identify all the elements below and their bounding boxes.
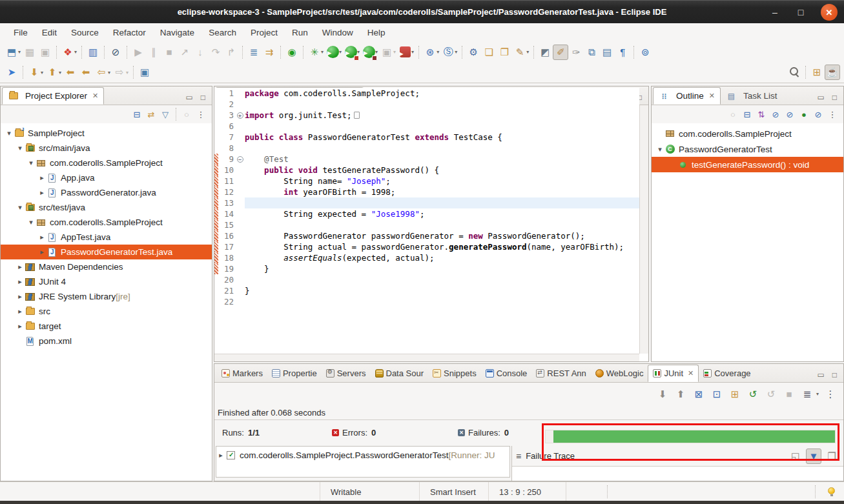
next-failed-test-button[interactable]: ⬇ [655,387,670,402]
run-button[interactable] [325,45,340,60]
tree-item-app-java[interactable]: ▸App.java [1,170,212,185]
expander-icon[interactable]: ▸ [15,263,25,271]
link-with-editor-button[interactable]: ⇄ [144,107,158,121]
tab-task-list[interactable]: ▤ Task List [721,87,783,105]
resume-button[interactable]: ▶ [130,45,146,60]
sketch-pen-button[interactable]: ✑ [568,45,584,60]
open-perspective-button[interactable]: ⊞ [809,65,825,80]
folded-region-icon[interactable] [354,112,360,119]
menu-source[interactable]: Source [64,25,106,40]
hide-local-types-button[interactable]: ⊘ [811,107,825,121]
red-central-button[interactable]: ❖ [60,45,76,60]
coverage-run-button[interactable] [343,45,358,60]
expander-icon[interactable]: ▸ [15,292,25,301]
javaee-perspective-button[interactable]: ☕ [825,65,840,80]
tree-item-apptest-java[interactable]: ▸AppTest.java [1,230,212,245]
tree-item-jre-system-library[interactable]: ▸JRE System Library [jre] [1,289,212,304]
tab-rest-annotations[interactable]: REST Ann [531,365,590,382]
start-server-button[interactable]: ◉ [284,45,300,60]
profile-button[interactable] [397,45,413,60]
collapse-all-button[interactable]: ⊟ [740,107,754,121]
web-browser-button[interactable]: ⊚ [637,45,653,60]
tree-item-testgeneratepassword-void[interactable]: testGeneratePassword() : void [652,157,843,172]
launch-group-button[interactable]: ⇉ [262,45,277,60]
menu-navigate[interactable]: Navigate [153,25,201,40]
tree-item-src[interactable]: ▸src [1,304,212,319]
expander-icon[interactable]: ▾ [26,159,36,167]
menu-run[interactable]: Run [285,25,315,40]
tab-weblogic[interactable]: WebLogic [591,365,648,382]
tab-markers[interactable]: Markers [217,365,267,382]
minimize-panel-icon[interactable]: ▭ [817,372,824,378]
editor-vertical-scrollbar[interactable] [639,105,648,354]
fold-expand-icon[interactable]: + [237,112,243,119]
tree-item-maven-dependencies[interactable]: ▸Maven Dependencies [1,259,212,274]
open-type-button[interactable]: ❏ [481,45,497,60]
stop-junit-button[interactable]: ■ [781,387,797,402]
maximize-button[interactable]: □ [795,7,807,17]
maximize-panel-icon[interactable]: □ [201,94,205,101]
focus-task-button[interactable]: ○ [180,107,194,121]
rerun-test-button[interactable]: ↺ [745,387,761,402]
failures-only-button[interactable]: ⊠ [691,387,706,402]
expander-icon[interactable]: ▾ [5,129,14,137]
editor-horizontal-scrollbar[interactable] [214,354,639,361]
menu-file[interactable]: File [6,25,35,40]
minimize-button[interactable]: – [769,7,781,17]
link-editor-button[interactable]: ⧉ [584,45,599,60]
tree-item-passwordgeneratortest-java[interactable]: ▸PasswordGeneratorTest.java [1,245,212,259]
menu-project[interactable]: Project [243,25,285,40]
menu-window[interactable]: Window [315,25,360,40]
tab-snippets[interactable]: Snippets [428,365,481,382]
tree-item-com-coderolls-sampleproject[interactable]: ▾com.coderolls.SampleProject [1,215,212,230]
previous-failed-test-button[interactable]: ⬆ [673,387,688,402]
tree-item-target[interactable]: ▸target [1,319,212,334]
test-run-history-button[interactable]: ≣ [799,387,815,402]
view-menu-button[interactable]: ⋮ [825,107,839,121]
view-menu-button[interactable]: ⋮ [194,107,208,121]
fold-collapse-icon[interactable]: − [237,156,243,163]
menu-refactor[interactable]: Refactor [106,25,153,40]
inspect-button[interactable]: ⊘ [108,45,123,60]
back-button[interactable]: ⇦ [94,65,109,80]
lightbulb-icon[interactable] [828,487,835,494]
show-skipped-button[interactable]: ⊡ [709,387,725,402]
test-suite-row[interactable]: ▸ com.coderolls.SampleProject.PasswordGe… [216,447,509,462]
maximize-panel-icon[interactable]: □ [832,94,837,101]
tree-item-passwordgenerator-java[interactable]: ▸PasswordGenerator.java [1,185,212,200]
close-tab-icon[interactable]: ✕ [709,92,715,100]
tree-item-passwordgeneratortest[interactable]: ▾CPasswordGeneratorTest [652,141,843,157]
build-gear-button[interactable]: ⚙ [466,45,481,60]
tree-item-com-coderolls-sampleproject[interactable]: ▾com.coderolls.SampleProject [1,156,212,170]
collapse-all-button[interactable]: ⊟ [130,107,144,121]
next-annotation-button[interactable]: ⬇ [26,65,42,80]
expander-icon[interactable]: ▸ [37,188,46,197]
public-members-button[interactable]: ● [797,107,811,121]
new-wizard-button[interactable]: ⬒ [4,45,19,60]
terminate-button[interactable]: ■ [161,45,177,60]
tab-data-source[interactable]: Data Sour [371,365,429,382]
expander-icon[interactable]: ▸ [37,174,46,182]
filter-button[interactable]: ▽ [158,107,172,121]
close-tab-icon[interactable]: ✕ [688,369,694,378]
tree-item-junit-4[interactable]: ▸JUnit 4 [1,274,212,289]
forward-button[interactable]: ⇨ [112,65,127,80]
back-to-last-edit-button[interactable]: ⬅ [78,65,94,80]
rerun-failed-button[interactable]: ↺ [763,387,779,402]
search-button[interactable] [787,65,802,80]
menu-edit[interactable]: Edit [35,25,64,40]
minimize-panel-icon[interactable]: ▭ [185,94,192,101]
tab-project-explorer[interactable]: Project Explorer ✕ [2,87,104,105]
menu-help[interactable]: Help [360,25,393,40]
stop-run-button[interactable]: ▣ [379,45,395,60]
tree-item-src-test-java[interactable]: ▾src/test/java [1,200,212,215]
prev-annotation-button[interactable]: ⬆ [45,65,60,80]
highlight-pen-button[interactable]: ✐ [553,45,568,60]
annotate-pen-button[interactable]: ✎ [512,45,528,60]
expander-icon[interactable]: ▾ [15,203,25,212]
maximize-panel-icon[interactable]: □ [832,372,837,378]
webservice-button[interactable]: Ⓢ [440,45,456,60]
pause-button[interactable]: ∥ [146,45,161,60]
run-config-button[interactable]: ≣ [246,45,262,60]
minimize-panel-icon[interactable]: ▭ [817,94,824,101]
